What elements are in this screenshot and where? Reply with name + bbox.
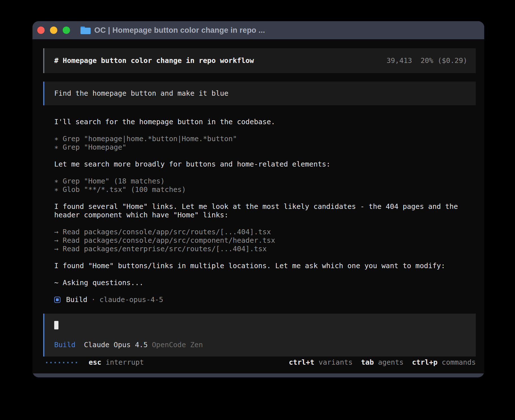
shortcut-commands: ctrl+p commands (412, 358, 476, 367)
close-button[interactable] (37, 27, 45, 34)
minimize-button[interactable] (50, 27, 57, 34)
terminal-content: # Homepage button color change in repo w… (32, 39, 484, 373)
prompt-input[interactable]: Build Claude Opus 4.5 OpenCode Zen (43, 314, 476, 356)
assistant-text: Let me search more broadly for buttons a… (54, 160, 476, 169)
status-left: esc interrupt (46, 358, 144, 367)
model-provider: OpenCode Zen (152, 341, 203, 349)
user-message: Find the homepage button and make it blu… (43, 82, 476, 105)
tool-call-glob: ∗ Glob "**/*.tsx" (100 matches) (54, 185, 476, 194)
tool-call-grep: ∗ Grep "homepage|home.*button|Home.*butt… (54, 135, 476, 143)
tool-call-grep: ∗ Grep "Home" (18 matches) (54, 177, 476, 185)
agent-status-line: Build · claude-opus-4-5 (54, 296, 476, 304)
status-right: ctrl+t variants tab agents ctrl+p comman… (280, 358, 476, 367)
tool-call-grep: ∗ Grep "Homepage" (54, 143, 476, 152)
model-info-row: Build Claude Opus 4.5 OpenCode Zen (54, 341, 467, 349)
tool-call-read: → Read packages/console/app/src/componen… (54, 236, 476, 245)
esc-key-hint: esc (89, 358, 101, 367)
assistant-status: ~ Asking questions... (54, 279, 476, 287)
status-bar: esc interrupt ctrl+t variants tab agents… (43, 358, 476, 367)
shortcut-variants: ctrl+t variants (289, 358, 353, 367)
shortcut-key: ctrl+t (289, 358, 314, 367)
traffic-lights (37, 27, 75, 34)
shortcut-label: commands (442, 358, 476, 367)
zoom-button[interactable] (63, 27, 70, 34)
shortcut-key: ctrl+p (412, 358, 437, 367)
assistant-transcript: I'll search for the homepage button in t… (54, 118, 476, 304)
shortcut-label: variants (318, 358, 352, 367)
tool-call-read: → Read packages/console/app/src/routes/[… (54, 228, 476, 236)
tool-call-read: → Read packages/enterprise/src/routes/[.… (54, 245, 476, 253)
shortcut-agents: tab agents (361, 358, 403, 367)
session-stats: 39,413 20% ($0.29) (387, 56, 467, 65)
folder-icon (80, 27, 91, 34)
activity-spinner (46, 362, 80, 363)
build-agent-icon (54, 297, 60, 303)
assistant-text: I'll search for the homepage button in t… (54, 118, 476, 126)
shortcut-label: agents (378, 358, 403, 367)
terminal-window: OC | Homepage button color change in rep… (32, 21, 484, 377)
agent-mode-label: Build (54, 341, 75, 349)
agent-name: Build (66, 296, 87, 304)
text-cursor (54, 321, 58, 329)
session-header: # Homepage button color change in repo w… (43, 48, 476, 73)
assistant-text: I found several "Home" links. Let me loo… (54, 202, 476, 219)
window-title: OC | Homepage button color change in rep… (94, 26, 265, 35)
session-title: # Homepage button color change in repo w… (54, 56, 254, 65)
user-message-text: Find the homepage button and make it blu… (54, 89, 228, 98)
model-name: Claude Opus 4.5 (84, 341, 148, 349)
shortcut-key: tab (361, 358, 374, 367)
window-titlebar: OC | Homepage button color change in rep… (32, 21, 484, 39)
agent-model: claude-opus-4-5 (99, 296, 163, 304)
esc-key-label: interrupt (106, 358, 144, 367)
assistant-text: I found "Home" buttons/links in multiple… (54, 262, 476, 270)
dot-separator: · (91, 296, 95, 304)
